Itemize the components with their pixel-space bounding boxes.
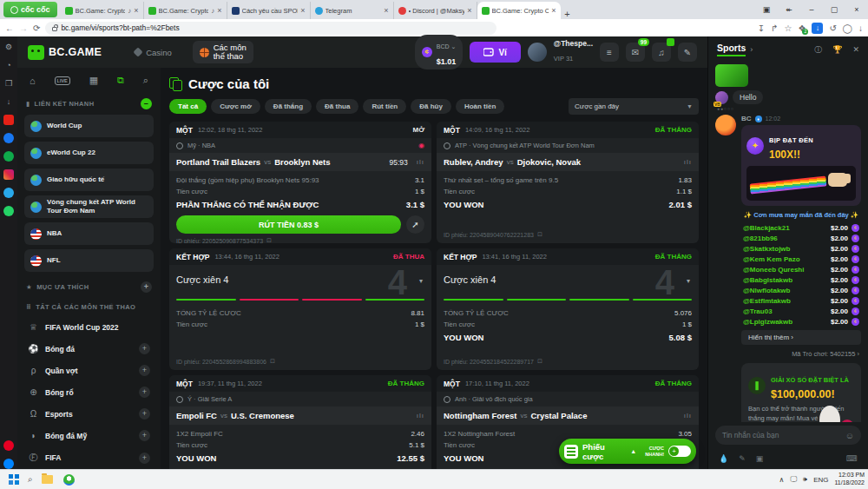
- quick-link-item[interactable]: Giao hữu quốc tế: [24, 169, 154, 191]
- chevron-right-icon[interactable]: ›: [750, 45, 804, 54]
- messenger-icon[interactable]: [3, 459, 14, 469]
- sidebar-sport[interactable]: ρQuần vợt+: [24, 360, 154, 381]
- stats-icon[interactable]: ılı: [417, 412, 424, 420]
- bcgame-logo[interactable]: BC.GAME: [28, 45, 102, 60]
- currency-selector[interactable]: ¢ BCD ⌄$1.01: [415, 35, 464, 69]
- trophy-icon[interactable]: 🏆: [832, 45, 842, 54]
- copy-icon[interactable]: ⊡: [270, 358, 275, 365]
- reload-button[interactable]: ⟳: [33, 23, 40, 33]
- game-code-link[interactable]: Mã Trò chơi: 5402155 ›: [741, 350, 859, 358]
- filter-pill[interactable]: Đã thắng: [265, 99, 312, 114]
- close-chat-icon[interactable]: ✕: [852, 45, 859, 54]
- youtube-icon[interactable]: [3, 115, 14, 125]
- bet-card[interactable]: MỘT19:37, 11 thg 11, 2022ĐÃ THẮNG Ý · Gi…: [169, 375, 431, 469]
- back-button[interactable]: ←: [5, 23, 14, 33]
- sidebar-sport[interactable]: ⒻFIFA+: [24, 446, 154, 469]
- sidebar-sport[interactable]: ♕FIFA World Cup 2022: [24, 316, 154, 338]
- info-icon[interactable]: ⓘ: [814, 44, 822, 56]
- winner-name[interactable]: @Nlwflotakwb: [743, 287, 831, 294]
- winner-name[interactable]: @Babglstakwb: [743, 276, 831, 284]
- avatar[interactable]: [715, 115, 736, 135]
- zalo-icon[interactable]: [3, 151, 14, 162]
- stats-icon[interactable]: ılı: [417, 158, 424, 166]
- chevron-down-icon[interactable]: ▾: [687, 277, 690, 285]
- collapse-button[interactable]: –: [141, 98, 152, 109]
- expand-plus-button[interactable]: +: [139, 453, 150, 464]
- tab-close-icon[interactable]: ×: [300, 6, 305, 15]
- download-icon[interactable]: ↓: [3, 96, 14, 107]
- rain-drop-icon[interactable]: 💧: [719, 454, 728, 463]
- tab-close-icon[interactable]: ×: [134, 6, 138, 15]
- facebook-icon[interactable]: [3, 133, 14, 143]
- keyboard-icon[interactable]: ⌨: [846, 454, 858, 463]
- pencil-icon[interactable]: ✎: [739, 454, 746, 463]
- bet-card[interactable]: MỘT12:02, 18 thg 11, 2022MỞ Mỹ · NBA◉ Po…: [169, 122, 431, 243]
- search-icon[interactable]: ⌕: [143, 75, 148, 86]
- close-window-button[interactable]: ×: [845, 5, 868, 14]
- tab-close-icon[interactable]: ×: [467, 6, 471, 15]
- download-manager-icon[interactable]: ↓: [812, 23, 823, 34]
- wallet-button[interactable]: Ví: [470, 42, 520, 63]
- start-button[interactable]: [9, 474, 19, 485]
- emoji-icon[interactable]: ☺: [845, 431, 854, 440]
- browser-tab-active[interactable]: BC.Game: Crypto Casino Gam×: [477, 2, 561, 19]
- cashout-button[interactable]: RÚT TIỀN 0.83 $: [176, 215, 401, 234]
- browser-tab[interactable]: Telegram×: [311, 2, 394, 19]
- browser-tab[interactable]: BC.Game: Crypto Casino♪×: [61, 2, 144, 19]
- pip-icon[interactable]: ▣: [755, 5, 778, 14]
- speed-dial-icon[interactable]: ◔: [3, 60, 14, 70]
- filter-pill[interactable]: Rút tiền: [363, 99, 406, 114]
- bell-icon[interactable]: ♫: [652, 43, 671, 62]
- tab-close-icon[interactable]: ×: [551, 6, 556, 15]
- forward-button[interactable]: →: [19, 23, 28, 33]
- sync-icon[interactable]: ↺: [829, 23, 836, 33]
- bet-card-combo[interactable]: KẾT HỢP13:41, 16 thg 11, 2022ĐÃ THẮNG Cư…: [437, 248, 699, 370]
- menu-list-icon[interactable]: ≡: [600, 43, 619, 62]
- minimize-button[interactable]: –: [800, 5, 823, 14]
- chat-input[interactable]: Tin nhắn của bạn ☺: [715, 426, 861, 445]
- stats-icon[interactable]: ılı: [684, 158, 692, 166]
- expand-plus-button[interactable]: +: [139, 387, 150, 398]
- winner-name[interactable]: @Blackjack21: [743, 224, 831, 232]
- sidebar-sport[interactable]: ⚽Bóng đá+: [24, 338, 154, 360]
- clock[interactable]: 12:03 PM11/18/2022: [834, 472, 865, 487]
- mail-icon[interactable]: ✉99: [626, 43, 645, 62]
- browser-tab[interactable]: Cách yêu cầu SPORTSBOOK×: [227, 2, 311, 19]
- expand-plus-button[interactable]: +: [139, 343, 150, 354]
- quick-bet-toggle[interactable]: [668, 446, 691, 457]
- sidebar-sport[interactable]: ⊕Bóng rổ+: [24, 381, 154, 403]
- nav-casino[interactable]: Casino: [135, 48, 172, 57]
- live-icon[interactable]: LIVE: [55, 76, 70, 85]
- volume-tray-icon[interactable]: 🕪: [803, 475, 807, 484]
- whatsapp-icon[interactable]: [3, 206, 14, 216]
- nav-sports[interactable]: Các mônthể thao: [193, 41, 253, 63]
- file-explorer-icon[interactable]: [42, 475, 53, 484]
- copy-icon[interactable]: ⊡: [537, 231, 542, 238]
- sidebar-sport[interactable]: ◗Bóng đá Mỹ+: [24, 425, 154, 446]
- gear-icon[interactable]: ⚙: [3, 42, 14, 52]
- filter-pill[interactable]: Cược mở: [211, 99, 260, 114]
- winner-name[interactable]: @821bb96: [743, 235, 831, 242]
- expand-plus-button[interactable]: +: [139, 365, 150, 376]
- tray-expand-icon[interactable]: ∧: [779, 476, 785, 484]
- add-favorite-button[interactable]: +: [141, 281, 152, 293]
- bet-slip-button[interactable]: Phiếu cược ▲ CƯỢCNHANH!: [559, 439, 696, 464]
- chat-channel-sports[interactable]: Sports: [717, 43, 746, 56]
- chevron-down-icon[interactable]: ▾: [419, 277, 423, 285]
- restore-session-icon[interactable]: ↞: [778, 5, 800, 14]
- chat-username[interactable]: BC: [741, 115, 752, 122]
- quick-link-item[interactable]: NBA: [24, 222, 154, 245]
- cube-icon[interactable]: ❒: [3, 78, 14, 89]
- bet-card[interactable]: MỘT14:09, 16 thg 11, 2022ĐÃ THẮNG ATP · …: [437, 122, 699, 243]
- coccoc-brand-button[interactable]: cốc cốc: [3, 2, 57, 17]
- expand-plus-button[interactable]: +: [139, 430, 150, 441]
- winner-name[interactable]: @Moneeb Qureshi: [743, 266, 831, 274]
- profile-icon[interactable]: ◯: [843, 23, 852, 33]
- display-tray-icon[interactable]: 🖵: [790, 475, 797, 484]
- pinterest-icon[interactable]: [3, 440, 14, 451]
- coccoc-taskbar-icon[interactable]: [63, 474, 75, 486]
- browser-tab[interactable]: • Discord | @Maksypro×: [394, 2, 477, 19]
- winner-name[interactable]: @Skatkxtojwb: [743, 245, 831, 253]
- sort-dropdown[interactable]: Cược gần đây▼: [569, 98, 699, 115]
- bookmark-star-icon[interactable]: ☆: [784, 23, 792, 33]
